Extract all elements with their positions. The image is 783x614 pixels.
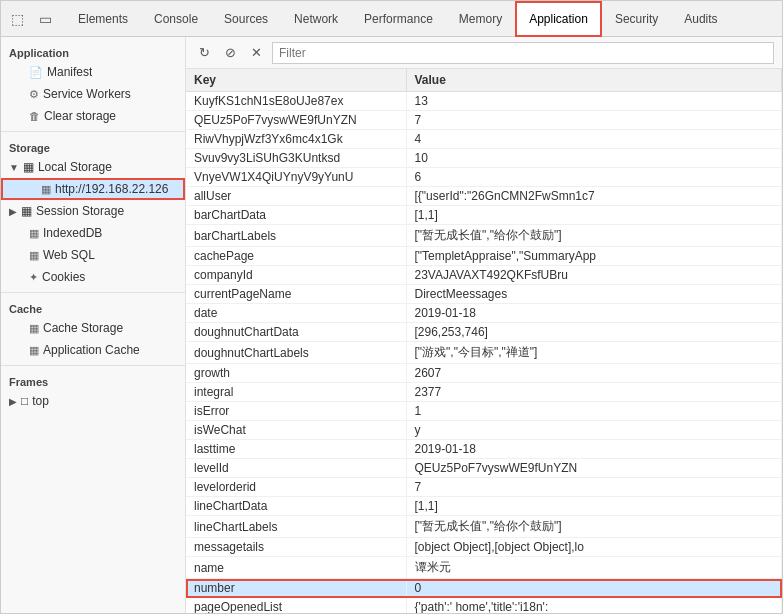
clear-storage-icon: 🗑	[29, 110, 40, 122]
table-cell-value: 2019-01-18	[406, 440, 782, 459]
tab-memory[interactable]: Memory	[446, 1, 515, 37]
tab-sources[interactable]: Sources	[211, 1, 281, 37]
sidebar-local-storage-url[interactable]: ▦ http://192.168.22.126	[1, 178, 185, 200]
table-row[interactable]: Svuv9vy3LiSUhG3KUntksd10	[186, 149, 782, 168]
local-storage-icon: ▦	[23, 160, 34, 174]
sidebar-section-frames: Frames	[1, 370, 185, 390]
inspect-icon[interactable]: ⬚	[5, 7, 29, 31]
table-row[interactable]: pageOpenedList{'path':' home','title':'i…	[186, 598, 782, 614]
table-row[interactable]: isError1	[186, 402, 782, 421]
table-cell-value: 谭米元	[406, 557, 782, 579]
table-cell-value: ["游戏","今目标","禅道"]	[406, 342, 782, 364]
cookies-icon: ✦	[29, 271, 38, 284]
table-row[interactable]: VnyeVW1X4QiUYnyV9yYunU6	[186, 168, 782, 187]
sidebar-section-application: Application	[1, 41, 185, 61]
divider-1	[1, 131, 185, 132]
sidebar-item-cache-storage[interactable]: ▦ Cache Storage	[1, 317, 185, 339]
sidebar-item-manifest-label: Manifest	[47, 65, 92, 79]
tab-security[interactable]: Security	[602, 1, 671, 37]
table-cell-key: currentPageName	[186, 285, 406, 304]
sidebar-frames-top-label: top	[32, 394, 49, 408]
content-area: ↻ ⊘ ✕ Key Value KuyfKS1chN1sE8oUJe87ex13…	[186, 37, 782, 613]
sidebar-item-service-workers[interactable]: ⚙ Service Workers	[1, 83, 185, 105]
tab-audits[interactable]: Audits	[671, 1, 730, 37]
table-cell-key: doughnutChartData	[186, 323, 406, 342]
table-cell-value: [1,1]	[406, 206, 782, 225]
sidebar-item-indexeddb[interactable]: ▦ IndexedDB	[1, 222, 185, 244]
cache-storage-icon: ▦	[29, 322, 39, 335]
table-row[interactable]: doughnutChartData[296,253,746]	[186, 323, 782, 342]
table-row[interactable]: doughnutChartLabels["游戏","今目标","禅道"]	[186, 342, 782, 364]
table-row[interactable]: lineChartLabels["暂无成长值","给你个鼓励"]	[186, 516, 782, 538]
table-row[interactable]: growth2607	[186, 364, 782, 383]
table-row[interactable]: RiwVhypjWzf3Yx6mc4x1Gk4	[186, 130, 782, 149]
table-row[interactable]: levelorderid7	[186, 478, 782, 497]
table-cell-key: lasttime	[186, 440, 406, 459]
sidebar-item-web-sql[interactable]: ▦ Web SQL	[1, 244, 185, 266]
table-cell-key: levelorderid	[186, 478, 406, 497]
table-cell-key: isError	[186, 402, 406, 421]
sidebar-item-application-cache[interactable]: ▦ Application Cache	[1, 339, 185, 361]
sidebar-frames-top-header[interactable]: ▶ □ top	[1, 390, 185, 412]
table-cell-value: 2377	[406, 383, 782, 402]
table-cell-value: 2019-01-18	[406, 304, 782, 323]
table-row[interactable]: integral2377	[186, 383, 782, 402]
table-cell-key: VnyeVW1X4QiUYnyV9yYunU	[186, 168, 406, 187]
frames-top-arrow: ▶	[9, 396, 17, 407]
content-toolbar: ↻ ⊘ ✕	[186, 37, 782, 69]
table-cell-value: [296,253,746]	[406, 323, 782, 342]
sidebar-item-clear-storage[interactable]: 🗑 Clear storage	[1, 105, 185, 127]
clear-icon[interactable]: ✕	[246, 43, 266, 63]
sidebar-item-cache-storage-label: Cache Storage	[43, 321, 123, 335]
tab-network[interactable]: Network	[281, 1, 351, 37]
table-cell-value: 23VAJAVAXT492QKFsfUBru	[406, 266, 782, 285]
web-sql-icon: ▦	[29, 249, 39, 262]
tab-application[interactable]: Application	[515, 1, 602, 37]
sidebar-item-manifest[interactable]: 📄 Manifest	[1, 61, 185, 83]
top-tab-bar: ⬚ ▭ Elements Console Sources Network Per…	[1, 1, 782, 37]
sidebar-local-storage-label: Local Storage	[38, 160, 112, 174]
filter-input[interactable]	[272, 42, 774, 64]
sidebar: Application 📄 Manifest ⚙ Service Workers…	[1, 37, 186, 613]
table-row[interactable]: KuyfKS1chN1sE8oUJe87ex13	[186, 92, 782, 111]
refresh-icon[interactable]: ↻	[194, 43, 214, 63]
table-row[interactable]: allUser[{"userId":"26GnCMN2FwSmn1c7	[186, 187, 782, 206]
table-cell-value: 1	[406, 402, 782, 421]
indexeddb-icon: ▦	[29, 227, 39, 240]
session-storage-arrow: ▶	[9, 206, 17, 217]
device-icon[interactable]: ▭	[33, 7, 57, 31]
table-row[interactable]: lasttime2019-01-18	[186, 440, 782, 459]
table-cell-key: allUser	[186, 187, 406, 206]
block-icon[interactable]: ⊘	[220, 43, 240, 63]
table-row[interactable]: barChartLabels["暂无成长值","给你个鼓励"]	[186, 225, 782, 247]
sidebar-session-storage-header[interactable]: ▶ ▦ Session Storage	[1, 200, 185, 222]
table-row[interactable]: number0	[186, 579, 782, 598]
table-row[interactable]: levelIdQEUz5PoF7vyswWE9fUnYZN	[186, 459, 782, 478]
sidebar-session-storage-label: Session Storage	[36, 204, 124, 218]
main-body: Application 📄 Manifest ⚙ Service Workers…	[1, 37, 782, 613]
sidebar-local-storage-header[interactable]: ▼ ▦ Local Storage	[1, 156, 185, 178]
table-cell-key: number	[186, 579, 406, 598]
table-cell-key: barChartData	[186, 206, 406, 225]
table-row[interactable]: QEUz5PoF7vyswWE9fUnYZN7	[186, 111, 782, 130]
table-cell-key: companyId	[186, 266, 406, 285]
table-row[interactable]: date2019-01-18	[186, 304, 782, 323]
table-row[interactable]: cachePage["TempletAppraise","SummaryApp	[186, 247, 782, 266]
table-row[interactable]: lineChartData[1,1]	[186, 497, 782, 516]
sidebar-item-web-sql-label: Web SQL	[43, 248, 95, 262]
table-row[interactable]: companyId23VAJAVAXT492QKFsfUBru	[186, 266, 782, 285]
table-cell-key: Svuv9vy3LiSUhG3KUntksd	[186, 149, 406, 168]
tab-elements[interactable]: Elements	[65, 1, 141, 37]
table-cell-key: KuyfKS1chN1sE8oUJe87ex	[186, 92, 406, 111]
table-row[interactable]: barChartData[1,1]	[186, 206, 782, 225]
table-row[interactable]: isWeChaty	[186, 421, 782, 440]
table-cell-value: 10	[406, 149, 782, 168]
tab-performance[interactable]: Performance	[351, 1, 446, 37]
table-cell-value: DirectMeessages	[406, 285, 782, 304]
table-row[interactable]: name谭米元	[186, 557, 782, 579]
table-row[interactable]: messagetails[object Object],[object Obje…	[186, 538, 782, 557]
devtools-window: ⬚ ▭ Elements Console Sources Network Per…	[0, 0, 783, 614]
tab-console[interactable]: Console	[141, 1, 211, 37]
sidebar-item-cookies[interactable]: ✦ Cookies	[1, 266, 185, 288]
table-row[interactable]: currentPageNameDirectMeessages	[186, 285, 782, 304]
